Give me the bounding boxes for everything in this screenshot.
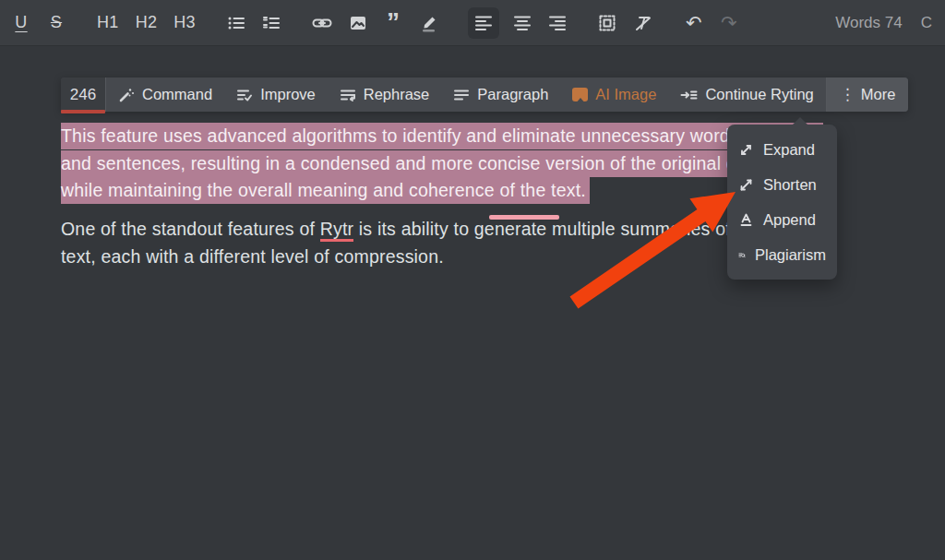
improve-button[interactable]: Improve — [224, 77, 328, 112]
red-pointer-arrow — [565, 183, 749, 312]
command-button[interactable]: Command — [106, 77, 224, 112]
image-button[interactable] — [346, 7, 370, 39]
rephrase-icon — [340, 87, 356, 103]
redo-icon: ↷ — [721, 12, 737, 34]
underline-button[interactable]: U — [9, 7, 33, 39]
improve-icon — [236, 87, 253, 103]
strikethrough-icon: S — [51, 13, 62, 32]
undo-button[interactable]: ↶ — [682, 7, 706, 39]
character-count-partial: C — [921, 14, 932, 32]
ordered-list-icon — [262, 14, 281, 32]
bullet-list-button[interactable] — [224, 7, 248, 39]
continue-ryting-button[interactable]: Continue Ryting — [668, 77, 825, 112]
char-count-progress-bar — [61, 110, 105, 113]
underline-icon: U — [15, 13, 27, 32]
heading2-button[interactable]: H2 — [133, 7, 161, 39]
align-center-icon — [513, 14, 532, 32]
align-left-button[interactable] — [468, 7, 499, 39]
link-button[interactable] — [309, 7, 335, 39]
selection-context-toolbar: 246 Command Improve Rephrase — [61, 77, 908, 112]
bullet-list-icon — [227, 14, 245, 32]
highlighter-icon — [419, 13, 439, 33]
strikethrough-button[interactable]: S — [44, 7, 68, 39]
blockquote-icon: ” — [387, 13, 400, 33]
ai-image-button[interactable]: AI Image — [560, 77, 668, 112]
clear-formatting-icon — [633, 14, 653, 32]
selected-text-line: This feature uses advanced algorithms to… — [61, 123, 823, 149]
align-right-button[interactable] — [545, 7, 569, 39]
image-icon — [349, 14, 367, 32]
selected-char-count: 246 — [61, 77, 106, 112]
align-right-icon — [548, 14, 567, 32]
undo-icon: ↶ — [686, 12, 702, 34]
select-all-button[interactable] — [595, 7, 619, 39]
align-left-icon — [474, 14, 493, 32]
rytr-brand-misspell: Rytr — [320, 219, 354, 242]
expand-icon — [738, 142, 754, 158]
word-count: Words 74 — [835, 14, 902, 32]
link-icon — [312, 14, 332, 32]
align-center-button[interactable] — [510, 7, 534, 39]
kebab-icon: ⋮ — [840, 85, 855, 104]
blockquote-button[interactable]: ” — [381, 7, 405, 39]
redo-button[interactable]: ↷ — [717, 7, 741, 39]
paragraph-button[interactable]: Paragraph — [441, 77, 560, 112]
paragraph-icon — [453, 87, 470, 103]
rephrase-button[interactable]: Rephrase — [328, 77, 442, 112]
magic-wand-icon — [118, 87, 135, 103]
clear-formatting-button[interactable] — [630, 7, 656, 39]
selected-text-line: and sentences, resulting in a condensed … — [61, 150, 810, 177]
heading1-button[interactable]: H1 — [94, 7, 122, 39]
selection-caret-marker — [489, 215, 559, 220]
selected-text-line: while maintaining the overall meaning an… — [61, 177, 590, 204]
ai-image-icon — [572, 88, 588, 101]
select-all-icon — [598, 14, 616, 32]
ordered-list-button[interactable] — [259, 7, 283, 39]
highlighter-button[interactable] — [416, 7, 442, 39]
more-button[interactable]: ⋮ More — [827, 77, 909, 112]
menu-item-expand[interactable]: Expand — [727, 132, 837, 167]
rytr-editor-window: U S H1 H2 H3 — [0, 0, 945, 560]
continue-arrow-icon — [680, 87, 698, 103]
formatting-toolbar: U S H1 H2 H3 — [0, 0, 945, 46]
heading3-button[interactable]: H3 — [171, 7, 198, 39]
